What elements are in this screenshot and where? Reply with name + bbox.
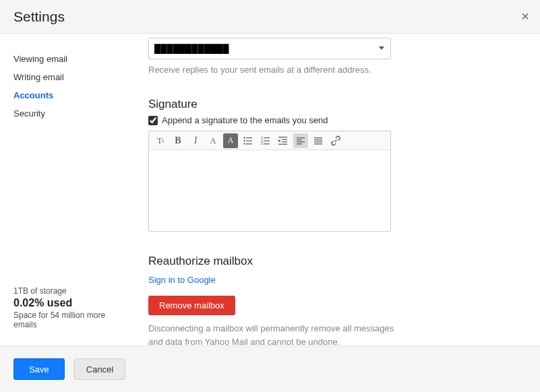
svg-point-2	[243, 139, 245, 141]
storage-total: 1TB of storage	[13, 286, 127, 296]
sidebar-item-accounts[interactable]: Accounts	[13, 86, 135, 104]
content-scroll[interactable]: ████████████ Receive replies to your sen…	[135, 34, 540, 346]
svg-text:3: 3	[261, 141, 263, 145]
reply-to-helper: Receive replies to your sent emails at a…	[148, 65, 520, 75]
sign-in-google-link[interactable]: Sign in to Google	[148, 275, 216, 285]
align-justify-icon[interactable]	[311, 133, 326, 148]
link-icon[interactable]	[328, 133, 343, 148]
bullet-list-icon[interactable]	[241, 133, 256, 148]
content-wrap: ████████████ Receive replies to your sen…	[135, 34, 540, 346]
sidebar-item-viewing-email[interactable]: Viewing email	[13, 50, 135, 68]
svg-point-0	[243, 137, 245, 138]
svg-rect-16	[278, 143, 287, 144]
sidebar-item-writing-email[interactable]: Writing email	[13, 68, 135, 86]
svg-rect-12	[278, 137, 287, 137]
signature-editor: Tt B I A A 123	[148, 131, 391, 232]
footer: Save Cancel	[0, 346, 540, 392]
indent-decrease-icon[interactable]	[276, 133, 291, 148]
svg-rect-23	[314, 141, 322, 142]
close-icon[interactable]: ×	[521, 9, 529, 23]
disconnect-helper: Disconnecting a mailbox will permanently…	[148, 322, 404, 346]
settings-body: Viewing email Writing email Accounts Sec…	[0, 34, 540, 346]
svg-rect-14	[282, 139, 287, 139]
reply-to-select-wrap: ████████████	[148, 38, 391, 59]
reply-to-select[interactable]: ████████████	[148, 38, 391, 59]
page-title: Settings	[13, 9, 65, 25]
storage-remaining: Space for 54 million more emails	[13, 311, 127, 329]
remove-mailbox-button[interactable]: Remove mailbox	[148, 296, 235, 315]
svg-rect-9	[264, 140, 270, 141]
settings-header: Settings ×	[0, 0, 540, 34]
signature-append-label: Append a signature to the emails you sen…	[162, 115, 328, 125]
svg-rect-21	[314, 137, 322, 138]
svg-rect-18	[297, 139, 302, 140]
text-color-icon[interactable]: A	[206, 133, 220, 148]
svg-rect-24	[314, 143, 322, 144]
reauth-title: Reauthorize mailbox	[148, 255, 520, 268]
signature-append-row: Append a signature to the emails you sen…	[148, 115, 520, 125]
storage-info: 1TB of storage 0.02% used Space for 54 m…	[13, 286, 135, 346]
signature-title: Signature	[148, 98, 520, 111]
svg-rect-20	[297, 143, 302, 144]
sidebar: Viewing email Writing email Accounts Sec…	[0, 34, 135, 346]
svg-rect-15	[282, 141, 287, 142]
bold-icon[interactable]: B	[171, 133, 185, 148]
svg-rect-7	[264, 137, 270, 138]
svg-rect-11	[264, 143, 270, 144]
svg-rect-5	[246, 143, 252, 144]
italic-icon[interactable]: I	[188, 133, 203, 148]
svg-point-4	[243, 143, 245, 144]
align-left-icon[interactable]	[293, 133, 308, 148]
highlight-icon[interactable]: A	[223, 133, 238, 148]
svg-rect-17	[297, 137, 305, 138]
sidebar-items: Viewing email Writing email Accounts Sec…	[13, 50, 135, 123]
svg-rect-1	[246, 137, 252, 138]
signature-textarea[interactable]	[149, 150, 390, 231]
signature-append-checkbox[interactable]	[148, 116, 158, 125]
numbered-list-icon[interactable]: 123	[258, 133, 273, 148]
svg-rect-3	[246, 140, 252, 141]
svg-rect-19	[297, 141, 305, 142]
storage-used: 0.02% used	[13, 297, 127, 309]
save-button[interactable]: Save	[13, 358, 65, 380]
cancel-button[interactable]: Cancel	[74, 358, 125, 380]
svg-marker-13	[278, 139, 281, 142]
editor-toolbar: Tt B I A A 123	[149, 131, 390, 150]
font-size-icon[interactable]: Tt	[153, 133, 168, 148]
svg-rect-22	[314, 139, 322, 140]
sidebar-item-security[interactable]: Security	[13, 104, 135, 123]
